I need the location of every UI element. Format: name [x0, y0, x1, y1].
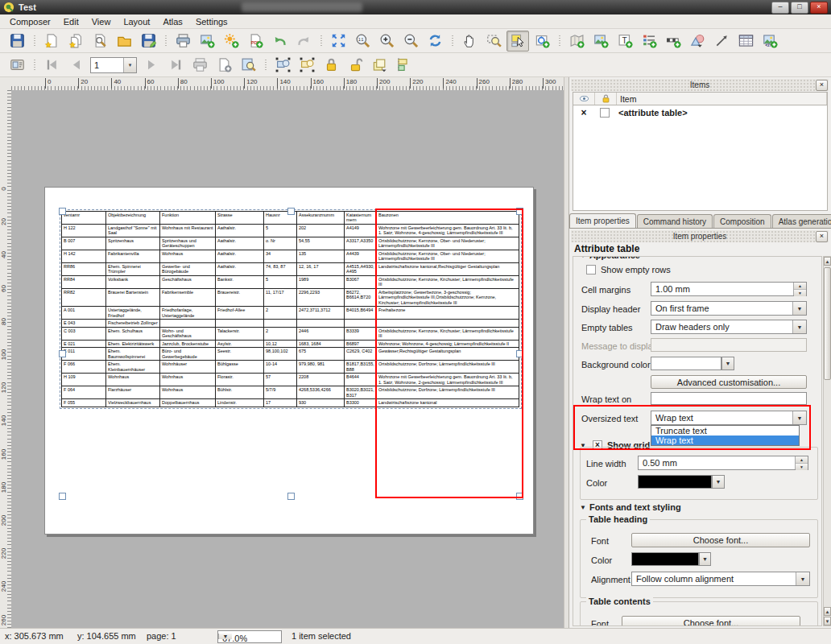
- export-pdf-icon[interactable]: PDF: [244, 31, 267, 52]
- scroll-down-icon[interactable]: ▼: [824, 617, 831, 625]
- zoom-out-icon[interactable]: [399, 31, 422, 52]
- add-arrow-icon[interactable]: [710, 31, 733, 52]
- add-html-frame-icon[interactable]: </>: [759, 31, 781, 52]
- spin-down-icon[interactable]: ▼: [796, 464, 808, 470]
- add-attribute-table-icon[interactable]: [734, 31, 757, 52]
- print-icon[interactable]: [172, 31, 194, 52]
- atlas-print-icon[interactable]: [188, 55, 211, 76]
- chevron-down-icon[interactable]: ▼: [796, 572, 809, 585]
- spin-down-icon[interactable]: ▼: [794, 290, 806, 296]
- lock-items-icon[interactable]: [320, 55, 342, 76]
- cell-margins-spinbox[interactable]: 1.00 mm ▲▼: [651, 282, 807, 296]
- atlas-next-icon[interactable]: [140, 55, 163, 76]
- chevron-down-icon[interactable]: ▼: [722, 357, 734, 369]
- display-header-combo[interactable]: On first frame ▼: [651, 301, 807, 316]
- chevron-down-icon[interactable]: ▼: [700, 553, 710, 565]
- items-row-attribute-table[interactable]: × <attribute table>: [573, 105, 827, 119]
- export-image-icon[interactable]: [196, 31, 218, 52]
- close-button[interactable]: ×: [810, 2, 828, 14]
- selection-handle[interactable]: [287, 208, 295, 215]
- wrap-text-on-input[interactable]: [651, 392, 807, 405]
- chevron-down-icon[interactable]: ▼: [792, 302, 806, 315]
- minimize-button[interactable]: –: [771, 2, 789, 14]
- save-as-template-icon[interactable]: [137, 31, 159, 52]
- atlas-settings-icon[interactable]: [237, 55, 259, 76]
- spin-up-icon[interactable]: ▲: [796, 456, 808, 464]
- add-shape-icon[interactable]: [686, 31, 709, 52]
- menu-settings[interactable]: Settings: [189, 15, 234, 28]
- load-template-icon[interactable]: [113, 31, 135, 52]
- chevron-down-icon[interactable]: ▼: [218, 634, 232, 639]
- add-legend-icon[interactable]: [638, 31, 660, 52]
- add-image-icon[interactable]: [589, 31, 612, 52]
- select-move-item-icon[interactable]: [506, 31, 529, 52]
- selection-handle[interactable]: [516, 350, 523, 357]
- scrollbar-thumb[interactable]: [824, 267, 831, 380]
- contents-choose-font-button[interactable]: Choose font...: [622, 616, 800, 626]
- zoom-level-combo[interactable]: 67.0% ▼: [217, 630, 282, 643]
- selection-handle[interactable]: [516, 493, 523, 500]
- add-label-icon[interactable]: T: [614, 31, 636, 52]
- new-composition-icon[interactable]: [40, 31, 63, 52]
- dropdown-option[interactable]: Wrap text: [651, 436, 799, 445]
- menu-atlas[interactable]: Atlas: [156, 15, 188, 28]
- grid-color-dropdown[interactable]: ▼: [712, 475, 725, 489]
- chevron-down-icon[interactable]: ▼: [792, 320, 806, 333]
- ungroup-items-icon[interactable]: [296, 55, 318, 76]
- redo-icon[interactable]: [292, 31, 315, 52]
- menu-layout[interactable]: Layout: [117, 15, 156, 28]
- refresh-icon[interactable]: [424, 31, 446, 52]
- group-items-icon[interactable]: [271, 55, 294, 76]
- atlas-export-icon[interactable]: [213, 55, 235, 76]
- atlas-preview-icon[interactable]: [6, 55, 28, 76]
- atlas-last-icon[interactable]: [164, 55, 187, 76]
- menu-composer[interactable]: Composer: [3, 15, 57, 28]
- close-icon[interactable]: ×: [816, 231, 828, 242]
- zoom-in-icon[interactable]: [375, 31, 398, 52]
- tab-command-history[interactable]: Command history: [637, 214, 713, 228]
- lock-checkbox[interactable]: [600, 108, 610, 118]
- selection-handle[interactable]: [287, 493, 295, 500]
- zoom-region-icon[interactable]: [482, 31, 505, 52]
- selection-handle[interactable]: [59, 350, 66, 357]
- add-scalebar-icon[interactable]: [662, 31, 684, 52]
- tab-item-properties[interactable]: Item properties: [569, 213, 636, 228]
- heading-choose-font-button[interactable]: Choose font...: [631, 533, 810, 547]
- menu-view[interactable]: View: [85, 15, 118, 28]
- selection-handle[interactable]: [516, 208, 523, 215]
- line-width-spinbox[interactable]: 0.50 mm ▲▼: [638, 456, 808, 470]
- composer-manager-icon[interactable]: [89, 31, 111, 52]
- spin-up-icon[interactable]: ▲: [794, 283, 806, 290]
- grid-color-swatch[interactable]: [638, 475, 712, 489]
- scroll-up-icon[interactable]: ▲: [824, 257, 831, 266]
- empty-tables-combo[interactable]: Draw headers only ▼: [651, 320, 807, 334]
- panel-scrollbar[interactable]: ▲ ▲ ▼: [823, 256, 831, 626]
- alignment-combo[interactable]: Follow column alignment ▼: [631, 572, 810, 586]
- selection-handle[interactable]: [59, 493, 66, 500]
- duplicate-composition-icon[interactable]: [64, 31, 87, 52]
- heading-color-dropdown[interactable]: ▼: [699, 552, 711, 566]
- atlas-first-icon[interactable]: [40, 55, 63, 76]
- export-svg-icon[interactable]: [220, 31, 242, 52]
- atlas-page-combo[interactable]: 1▾: [90, 57, 137, 73]
- dropdown-option[interactable]: Truncate text: [651, 426, 799, 436]
- selection-handle[interactable]: [59, 208, 66, 215]
- raise-items-icon[interactable]: [368, 55, 391, 76]
- close-icon[interactable]: ×: [816, 80, 828, 91]
- heading-color-swatch[interactable]: [631, 552, 699, 566]
- chevron-down-icon[interactable]: ▾: [123, 58, 136, 72]
- background-color-swatch[interactable]: [651, 357, 721, 370]
- align-items-icon[interactable]: [392, 55, 415, 76]
- menu-edit[interactable]: Edit: [57, 15, 85, 28]
- pan-icon[interactable]: [458, 31, 481, 52]
- unlock-items-icon[interactable]: [344, 55, 366, 76]
- save-icon[interactable]: [6, 31, 28, 52]
- visibility-checkbox[interactable]: ×: [573, 107, 594, 118]
- maximize-button[interactable]: □: [791, 2, 808, 14]
- advanced-customisation-button[interactable]: Advanced customisation...: [651, 375, 807, 389]
- background-color-dropdown[interactable]: ▼: [721, 357, 734, 370]
- zoom-full-icon[interactable]: [327, 31, 349, 52]
- tab-composition[interactable]: Composition: [713, 214, 771, 228]
- oversized-text-combo[interactable]: Wrap text ▼: [651, 411, 807, 425]
- chevron-down-icon[interactable]: ▼: [792, 411, 806, 424]
